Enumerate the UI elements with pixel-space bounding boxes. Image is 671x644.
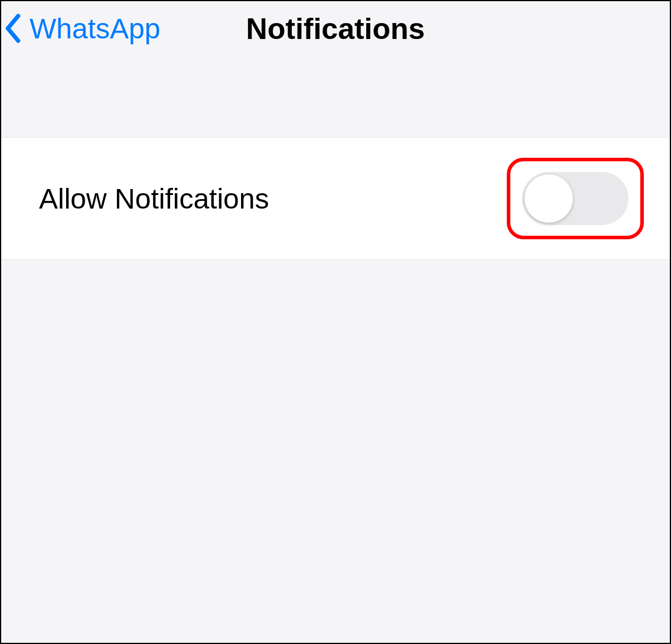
chevron-left-icon	[1, 12, 25, 45]
allow-notifications-toggle[interactable]	[522, 172, 628, 225]
settings-group: Allow Notifications	[1, 137, 670, 260]
toggle-knob	[525, 174, 573, 223]
allow-notifications-label: Allow Notifications	[39, 183, 269, 215]
highlight-annotation	[507, 158, 644, 239]
allow-notifications-row: Allow Notifications	[1, 138, 670, 259]
navigation-bar: WhatsApp Notifications	[1, 1, 670, 66]
back-button[interactable]: WhatsApp	[1, 12, 160, 45]
page-title: Notifications	[246, 12, 425, 46]
back-label: WhatsApp	[30, 12, 160, 45]
